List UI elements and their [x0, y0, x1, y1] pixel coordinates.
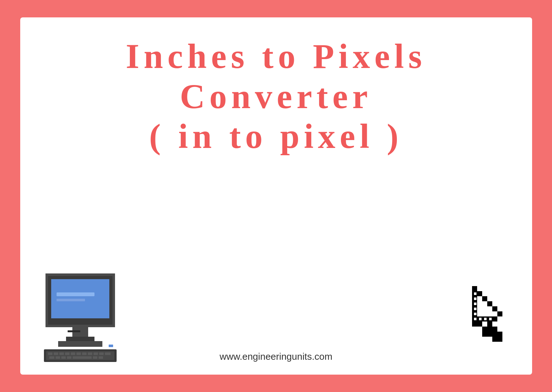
svg-rect-14 [71, 352, 75, 355]
svg-rect-69 [484, 318, 487, 320]
title-line2: Converter [126, 77, 426, 117]
svg-rect-55 [492, 337, 497, 342]
svg-rect-67 [494, 313, 497, 315]
svg-rect-27 [99, 356, 103, 359]
svg-rect-47 [477, 322, 482, 327]
svg-rect-12 [59, 352, 64, 355]
svg-rect-30 [472, 286, 477, 291]
svg-rect-66 [489, 308, 492, 310]
page-title: Inches to Pixels Converter ( in to pixel… [126, 36, 426, 156]
title-line3: ( in to pixel ) [126, 116, 426, 156]
svg-rect-50 [482, 332, 487, 337]
svg-rect-28 [109, 345, 113, 347]
svg-rect-38 [477, 291, 482, 296]
svg-rect-22 [56, 356, 60, 359]
svg-rect-58 [474, 292, 476, 295]
svg-rect-6 [66, 337, 94, 341]
main-card: Inches to Pixels Converter ( in to pixel… [20, 17, 532, 375]
svg-rect-70 [489, 318, 492, 320]
svg-rect-61 [474, 308, 476, 310]
svg-rect-41 [492, 306, 497, 311]
svg-rect-37 [472, 322, 477, 327]
svg-rect-16 [82, 352, 87, 355]
svg-rect-53 [492, 327, 497, 332]
svg-rect-42 [497, 311, 502, 316]
bottom-section: www.engineeringunits.com [20, 242, 532, 375]
svg-rect-65 [484, 303, 487, 305]
svg-rect-64 [479, 297, 482, 300]
svg-rect-26 [93, 356, 97, 359]
svg-rect-40 [487, 301, 492, 306]
svg-rect-15 [76, 352, 81, 355]
svg-rect-54 [492, 332, 497, 337]
svg-rect-18 [94, 352, 98, 355]
svg-rect-60 [474, 303, 476, 305]
svg-rect-49 [487, 332, 492, 337]
svg-rect-48 [482, 327, 487, 332]
svg-rect-59 [474, 297, 476, 300]
svg-rect-25 [73, 356, 92, 359]
svg-rect-17 [88, 352, 92, 355]
svg-rect-56 [497, 332, 502, 337]
svg-rect-68 [479, 318, 482, 320]
title-line1: Inches to Pixels [126, 36, 426, 77]
svg-rect-4 [57, 299, 85, 301]
svg-rect-39 [482, 296, 487, 301]
cursor-icon [463, 283, 513, 352]
svg-rect-20 [105, 352, 111, 355]
svg-rect-57 [497, 337, 502, 342]
svg-rect-29 [68, 330, 80, 332]
svg-rect-13 [65, 352, 70, 355]
svg-rect-23 [61, 356, 66, 359]
svg-rect-7 [58, 341, 102, 347]
svg-rect-43 [492, 316, 497, 322]
svg-rect-10 [48, 352, 52, 355]
svg-rect-52 [487, 327, 492, 332]
svg-rect-51 [487, 322, 492, 327]
svg-rect-21 [49, 356, 54, 359]
svg-rect-62 [474, 313, 476, 315]
svg-rect-24 [67, 356, 71, 359]
svg-rect-19 [99, 352, 104, 355]
svg-rect-3 [57, 292, 94, 296]
website-url: www.engineeringunits.com [220, 351, 332, 362]
computer-icon [39, 270, 121, 365]
svg-rect-63 [474, 318, 476, 320]
svg-rect-11 [54, 352, 58, 355]
